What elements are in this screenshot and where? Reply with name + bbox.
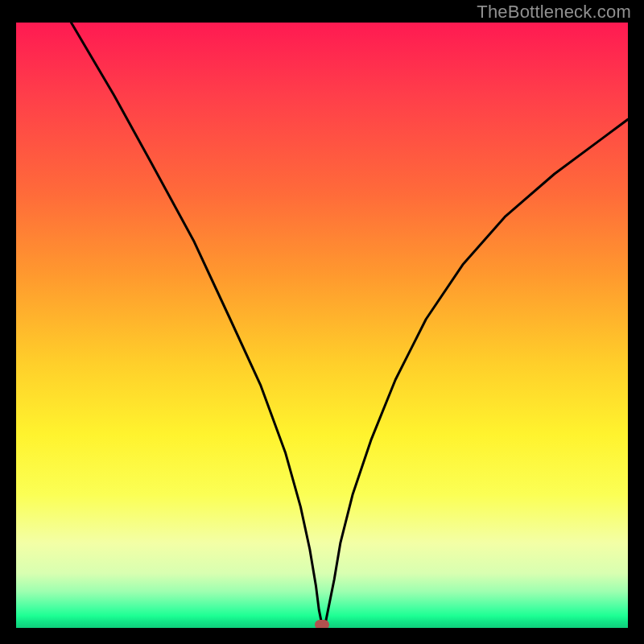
optimal-marker bbox=[315, 620, 329, 628]
watermark-text: TheBottleneck.com bbox=[477, 2, 631, 23]
bottleneck-curve bbox=[71, 23, 628, 625]
plot-area bbox=[16, 23, 628, 628]
chart-container: TheBottleneck.com bbox=[0, 0, 644, 644]
curve-svg bbox=[16, 23, 628, 628]
